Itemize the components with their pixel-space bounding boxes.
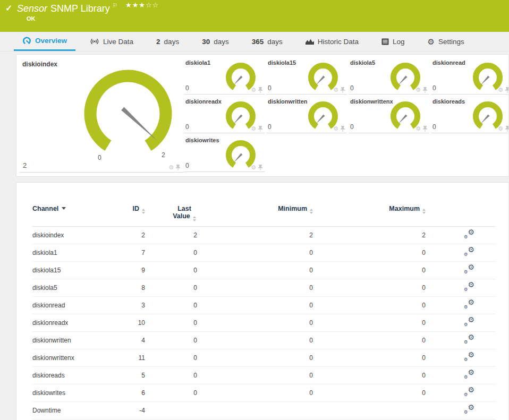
pin-icon[interactable] <box>340 126 345 132</box>
tab-overview[interactable]: Overview <box>14 32 75 51</box>
col-header-minimum[interactable]: Minimum <box>197 205 313 214</box>
table-row[interactable]: diskioindex 2 2 2 2 ⚙⚙ <box>32 227 495 244</box>
gear-icon[interactable]: ⚙ <box>251 126 256 132</box>
gauge-value: 0 <box>185 123 189 131</box>
gauge-tile-diskionreadx[interactable]: diskionreadx 0 ⚙ <box>184 96 265 133</box>
channel-id: 10 <box>107 319 145 327</box>
tab-log[interactable]: Log <box>373 32 413 51</box>
gear-icon[interactable]: ⚙ <box>415 126 421 132</box>
gear-icon[interactable]: ⚙ <box>415 87 421 93</box>
gauge-value: 0 <box>268 123 272 131</box>
tab-365-days[interactable]: 365 days <box>243 32 291 51</box>
channel-minimum: 0 <box>197 389 313 397</box>
gauge-value: 0 <box>185 162 189 169</box>
gear-icon[interactable]: ⚙ <box>251 87 256 93</box>
sensor-type-label: Sensor <box>17 3 47 14</box>
channel-id: 7 <box>107 249 145 256</box>
pin-icon[interactable] <box>422 87 428 93</box>
table-row[interactable]: diskioreads 5 0 0 0 ⚙⚙ <box>32 367 495 384</box>
pin-icon[interactable] <box>258 87 263 93</box>
table-row[interactable]: diskionwrittenx 11 0 0 0 ⚙⚙ <box>32 349 495 367</box>
gear-icon[interactable]: ⚙ <box>333 126 338 132</box>
gauge-tile-diskiola15[interactable]: diskiola15 0 ⚙ <box>266 57 347 95</box>
channel-settings-icon[interactable]: ⚙⚙ <box>464 353 474 362</box>
table-row[interactable]: diskionreadx 10 0 0 0 ⚙⚙ <box>32 314 495 332</box>
channel-maximum: 2 <box>313 232 426 239</box>
channel-settings-icon[interactable]: ⚙⚙ <box>464 370 474 380</box>
gauge-tile-diskionwritten[interactable]: diskionwritten 0 ⚙ <box>266 96 347 133</box>
area-chart-icon <box>306 38 314 45</box>
channel-id: 11 <box>107 354 145 362</box>
gear-icon[interactable]: ⚙ <box>251 165 256 170</box>
col-header-maximum[interactable]: Maximum <box>313 205 426 214</box>
gauge-tile-diskiola5[interactable]: diskiola5 0 ⚙ <box>349 57 429 95</box>
tab-label: days <box>214 38 229 46</box>
channel-name[interactable]: diskionreadx <box>32 319 107 327</box>
channel-settings-icon[interactable]: ⚙⚙ <box>464 300 474 310</box>
tab-settings[interactable]: ⚙ Settings <box>419 32 473 51</box>
table-row[interactable]: diskiola15 9 0 0 0 ⚙⚙ <box>32 262 495 279</box>
flag-icon[interactable]: ⚐ <box>113 2 118 8</box>
table-row[interactable]: Downtime -4 ⚙⚙ <box>32 402 495 419</box>
channel-name[interactable]: diskionwritten <box>32 337 107 344</box>
channel-name[interactable]: diskionread <box>32 302 107 309</box>
pin-icon[interactable] <box>340 87 345 93</box>
sort-icon <box>422 209 426 214</box>
status-ok-check-icon: ✓ <box>5 3 12 13</box>
tab-2-days[interactable]: 2 days <box>148 32 188 51</box>
gauge-tile-diskioreads[interactable]: diskioreads 0 ⚙ <box>431 96 509 133</box>
col-header-id[interactable]: ID <box>107 205 145 214</box>
tab-label: Overview <box>35 37 67 45</box>
gauge-tile-diskionread[interactable]: diskionread 0 ⚙ <box>431 57 509 95</box>
channel-settings-icon[interactable]: ⚙⚙ <box>464 230 474 239</box>
table-row[interactable]: diskionread 3 0 0 0 ⚙⚙ <box>32 297 495 314</box>
channel-name[interactable]: diskioindex <box>32 232 107 239</box>
tab-bar: Overview Live Data 2 days 30 days 365 da… <box>0 32 509 52</box>
gauge-value: 0 <box>185 84 189 92</box>
channel-settings-icon[interactable]: ⚙⚙ <box>464 335 474 345</box>
channel-name[interactable]: diskionwrittenx <box>32 354 107 362</box>
pin-icon[interactable] <box>258 165 263 170</box>
table-row[interactable]: diskionwritten 4 0 0 0 ⚙⚙ <box>32 332 495 349</box>
channel-settings-icon[interactable]: ⚙⚙ <box>464 318 474 327</box>
pin-icon[interactable] <box>258 126 263 132</box>
pin-icon[interactable] <box>505 87 509 93</box>
channel-settings-icon[interactable]: ⚙⚙ <box>464 247 474 257</box>
col-header-channel[interactable]: Channel <box>32 205 107 212</box>
gear-icon[interactable]: ⚙ <box>333 87 338 93</box>
gauge-tile-diskioindex[interactable]: diskioindex 0 2 2 ⚙ <box>19 57 184 173</box>
gauge-tile-diskiola1[interactable]: diskiola1 0 ⚙ <box>184 57 265 95</box>
channel-settings-icon[interactable]: ⚙⚙ <box>464 405 474 415</box>
table-row[interactable]: diskiola1 7 0 0 0 ⚙⚙ <box>32 244 495 262</box>
channel-name[interactable]: diskiola1 <box>32 249 107 256</box>
channel-name[interactable]: diskiola5 <box>32 284 107 292</box>
tab-historic-data[interactable]: Historic Data <box>297 32 367 51</box>
channel-name[interactable]: diskioreads <box>32 372 107 379</box>
channel-last-value: 2 <box>145 232 197 239</box>
pin-icon[interactable] <box>422 126 428 132</box>
tab-30-days[interactable]: 30 days <box>193 32 237 51</box>
channel-name[interactable]: Downtime <box>32 407 107 414</box>
sensor-header: ✓ SensorSNMP Library⚐ ★★★☆☆ OK <box>0 0 509 32</box>
pin-icon[interactable] <box>175 165 181 170</box>
channel-name[interactable]: diskiola15 <box>32 267 107 274</box>
tab-number: 365 <box>252 38 264 46</box>
tab-live-data[interactable]: Live Data <box>81 32 142 51</box>
channel-maximum: 0 <box>313 302 426 309</box>
col-header-last-value[interactable]: Last Value <box>145 205 197 221</box>
channel-name[interactable]: diskiowrites <box>32 389 107 397</box>
gear-icon[interactable]: ⚙ <box>168 165 174 170</box>
channel-settings-icon[interactable]: ⚙⚙ <box>464 265 474 275</box>
priority-stars[interactable]: ★★★☆☆ <box>125 1 159 9</box>
table-row[interactable]: diskiola5 8 0 0 0 ⚙⚙ <box>32 279 495 297</box>
channel-settings-icon[interactable]: ⚙⚙ <box>464 388 474 397</box>
gear-icon[interactable]: ⚙ <box>498 126 503 132</box>
channel-settings-icon[interactable]: ⚙⚙ <box>464 282 474 292</box>
gear-icon[interactable]: ⚙ <box>498 87 503 93</box>
channel-minimum: 0 <box>197 372 313 379</box>
table-row[interactable]: diskiowrites 6 0 0 0 ⚙⚙ <box>32 384 495 402</box>
pin-icon[interactable] <box>505 126 509 132</box>
gauge-tile-diskionwrittenx[interactable]: diskionwrittenx 0 ⚙ <box>349 96 429 133</box>
sort-desc-icon <box>62 207 66 210</box>
gauge-tile-diskiowrites[interactable]: diskiowrites 0 ⚙ <box>184 135 265 172</box>
